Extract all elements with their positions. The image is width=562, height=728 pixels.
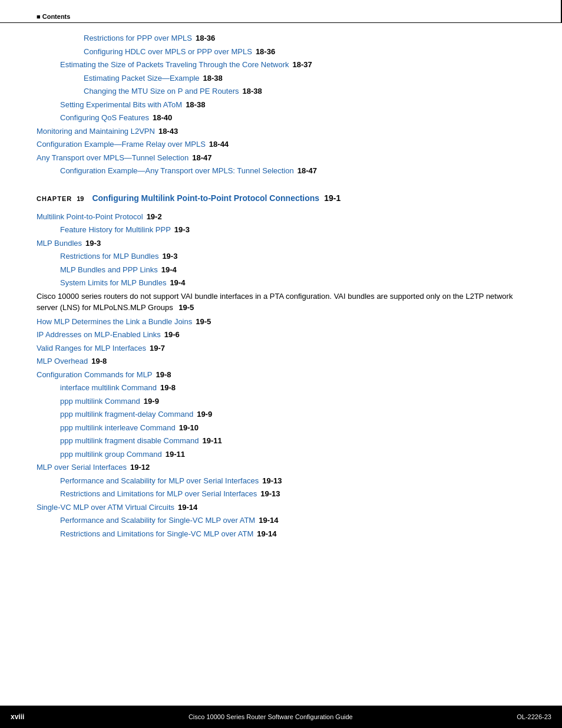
chapter-title-link[interactable]: Configuring Multilink Point-to-Point Pro… bbox=[92, 193, 319, 203]
toc-pagenum-2: 18-37 bbox=[293, 59, 312, 71]
chapter-label: CHAPTER bbox=[37, 195, 72, 202]
doc-title: Cisco 10000 Series Router Software Confi… bbox=[189, 713, 353, 720]
toc-entry-1: Configuring HDLC over MPLS or PPP over M… bbox=[37, 46, 525, 58]
toc-entry-16: ppp multilink fragment disable Command19… bbox=[37, 435, 525, 447]
chapter-title-pagenum: 19-1 bbox=[324, 193, 340, 203]
toc-pagenum-12: 19-8 bbox=[160, 382, 176, 394]
toc-content: Restrictions for PPP over MPLS18-36Confi… bbox=[0, 0, 562, 571]
toc-entries-before: Restrictions for PPP over MPLS18-36Confi… bbox=[37, 32, 525, 177]
toc-entry-6: Configuring QoS Features18-40 bbox=[37, 112, 525, 124]
toc-pagenum-23: 19-14 bbox=[257, 528, 276, 540]
toc-pagenum-3: 18-38 bbox=[203, 73, 223, 84]
toc-entry-1: Feature History for Multilink PPP19-3 bbox=[37, 224, 525, 236]
toc-link-2[interactable]: Estimating the Size of Packets Traveling… bbox=[60, 59, 289, 71]
header-icon: ■ bbox=[37, 13, 41, 20]
toc-link-0[interactable]: Restrictions for PPP over MPLS bbox=[84, 32, 192, 44]
toc-link-13[interactable]: ppp multilink Command bbox=[60, 396, 140, 407]
toc-entry-7: Monitoring and Maintaining L2VPN18-43 bbox=[37, 126, 525, 137]
toc-pagenum-5: 19-4 bbox=[170, 277, 185, 289]
toc-pagenum-4: 19-4 bbox=[161, 264, 177, 276]
toc-pagenum-8: 19-6 bbox=[164, 329, 180, 341]
toc-entry-12: interface multilink Command19-8 bbox=[37, 382, 525, 394]
toc-pagenum-5: 18-38 bbox=[186, 99, 205, 111]
toc-pagenum-7: 19-5 bbox=[196, 316, 211, 328]
toc-link-22[interactable]: Performance and Scalability for Single-V… bbox=[60, 515, 255, 526]
toc-entry-21: Single-VC MLP over ATM Virtual Circuits1… bbox=[37, 502, 525, 513]
toc-entry-20: Restrictions and Limitations for MLP ove… bbox=[37, 488, 525, 500]
toc-pagenum-14: 19-9 bbox=[197, 409, 212, 420]
toc-link-16[interactable]: ppp multilink fragment disable Command bbox=[60, 435, 199, 447]
toc-link-21[interactable]: Single-VC MLP over ATM Virtual Circuits bbox=[37, 502, 174, 513]
toc-pagenum-8: 18-44 bbox=[209, 139, 229, 150]
toc-entry-10: MLP Overhead19-8 bbox=[37, 355, 525, 367]
toc-link-18[interactable]: MLP over Serial Interfaces bbox=[37, 462, 127, 473]
toc-entry-9: Valid Ranges for MLP Interfaces19-7 bbox=[37, 342, 525, 354]
toc-pagenum-0: 18-36 bbox=[196, 32, 215, 44]
toc-link-20[interactable]: Restrictions and Limitations for MLP ove… bbox=[60, 488, 257, 500]
toc-link-9[interactable]: Valid Ranges for MLP Interfaces bbox=[37, 342, 146, 354]
toc-entry-0: Restrictions for PPP over MPLS18-36 bbox=[37, 32, 525, 44]
toc-link-9[interactable]: Any Transport over MPLS—Tunnel Selection bbox=[37, 152, 189, 164]
toc-entry-8: Configuration Example—Frame Relay over M… bbox=[37, 139, 525, 150]
toc-pagenum-20: 19-13 bbox=[260, 488, 280, 500]
toc-link-5[interactable]: System Limits for MLP Bundles bbox=[60, 277, 166, 289]
toc-entry-9: Any Transport over MPLS—Tunnel Selection… bbox=[37, 152, 525, 164]
toc-pagenum-18: 19-12 bbox=[130, 462, 150, 473]
toc-entry-18: MLP over Serial Interfaces19-12 bbox=[37, 462, 525, 473]
toc-link-3[interactable]: Estimating Packet Size—Example bbox=[84, 73, 200, 84]
toc-link-14[interactable]: ppp multilink fragment-delay Command bbox=[60, 409, 193, 420]
toc-link-11[interactable]: Configuration Commands for MLP bbox=[37, 369, 153, 381]
page-header: ■ Contents bbox=[37, 13, 70, 20]
toc-link-12[interactable]: interface multilink Command bbox=[60, 382, 157, 394]
chapter-num: 19 bbox=[77, 195, 84, 202]
toc-entries-after: Multilink Point-to-Point Protocol19-2Fea… bbox=[37, 211, 525, 540]
toc-link-3[interactable]: Restrictions for MLP Bundles bbox=[60, 251, 158, 262]
toc-pagenum-1: 18-36 bbox=[256, 46, 275, 58]
toc-entry-13: ppp multilink Command19-9 bbox=[37, 396, 525, 407]
toc-pagenum-10: 18-47 bbox=[297, 165, 317, 177]
toc-link-2[interactable]: MLP Bundles bbox=[37, 238, 82, 249]
toc-entry-5: System Limits for MLP Bundles19-4 bbox=[37, 277, 525, 289]
toc-link-17[interactable]: ppp multilink group Command bbox=[60, 449, 162, 460]
header-label: Contents bbox=[42, 13, 71, 20]
toc-entry-23: Restrictions and Limitations for Single-… bbox=[37, 528, 525, 540]
toc-link-4[interactable]: MLP Bundles and PPP Links bbox=[60, 264, 158, 276]
toc-link-6[interactable]: Configuring QoS Features bbox=[60, 112, 149, 124]
toc-link-8[interactable]: Configuration Example—Frame Relay over M… bbox=[37, 139, 206, 150]
toc-entry-17: ppp multilink group Command19-11 bbox=[37, 449, 525, 460]
toc-link-8[interactable]: IP Addresses on MLP-Enabled Links bbox=[37, 329, 161, 341]
toc-entry-5: Setting Experimental Bits with AToM18-38 bbox=[37, 99, 525, 111]
toc-link-1[interactable]: Feature History for Multilink PPP bbox=[60, 224, 171, 236]
toc-link-23[interactable]: Restrictions and Limitations for Single-… bbox=[60, 528, 253, 540]
toc-entry-19: Performance and Scalability for MLP over… bbox=[37, 475, 525, 487]
chapter-heading: CHAPTER 19 Configuring Multilink Point-t… bbox=[37, 193, 525, 204]
toc-pagenum-4: 18-38 bbox=[243, 85, 262, 97]
toc-pagenum-15: 19-10 bbox=[179, 422, 199, 434]
toc-note-6: Cisco 10000 series routers do not suppor… bbox=[37, 291, 525, 314]
top-border bbox=[0, 22, 562, 23]
toc-entry-15: ppp multilink interleave Command19-10 bbox=[37, 422, 525, 434]
toc-entry-11: Configuration Commands for MLP19-8 bbox=[37, 369, 525, 381]
toc-link-10[interactable]: Configuration Example—Any Transport over… bbox=[60, 165, 294, 177]
toc-entry-22: Performance and Scalability for Single-V… bbox=[37, 515, 525, 526]
toc-link-19[interactable]: Performance and Scalability for MLP over… bbox=[60, 475, 259, 487]
toc-entry-3: Estimating Packet Size—Example18-38 bbox=[37, 73, 525, 84]
toc-link-1[interactable]: Configuring HDLC over MPLS or PPP over M… bbox=[84, 46, 252, 58]
toc-link-10[interactable]: MLP Overhead bbox=[37, 355, 88, 367]
toc-pagenum-16: 19-11 bbox=[203, 435, 222, 447]
toc-pagenum-3: 19-3 bbox=[162, 251, 177, 262]
toc-link-5[interactable]: Setting Experimental Bits with AToM bbox=[60, 99, 182, 111]
toc-pagenum-11: 19-8 bbox=[156, 369, 171, 381]
doc-number: OL-2226-23 bbox=[517, 713, 551, 720]
toc-pagenum-7: 18-43 bbox=[158, 126, 178, 137]
toc-entry-2: Estimating the Size of Packets Traveling… bbox=[37, 59, 525, 71]
toc-pagenum-6: 18-40 bbox=[153, 112, 172, 124]
toc-pagenum-22: 19-14 bbox=[259, 515, 278, 526]
toc-link-15[interactable]: ppp multilink interleave Command bbox=[60, 422, 176, 434]
page-number: xviii bbox=[11, 713, 24, 721]
toc-link-7[interactable]: Monitoring and Maintaining L2VPN bbox=[37, 126, 155, 137]
toc-entry-4: Changing the MTU Size on P and PE Router… bbox=[37, 85, 525, 97]
toc-link-0[interactable]: Multilink Point-to-Point Protocol bbox=[37, 211, 143, 223]
toc-link-4[interactable]: Changing the MTU Size on P and PE Router… bbox=[84, 85, 239, 97]
toc-link-7[interactable]: How MLP Determines the Link a Bundle Joi… bbox=[37, 316, 192, 328]
